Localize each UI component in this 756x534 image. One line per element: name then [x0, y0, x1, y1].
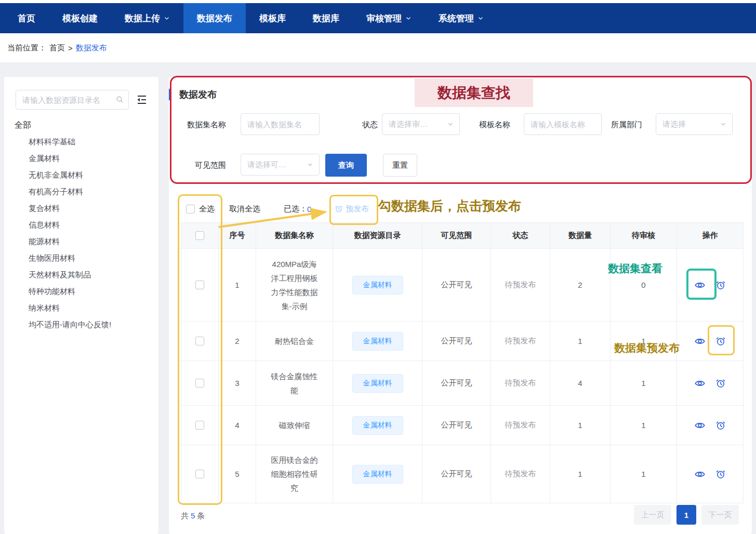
- chevron-down-icon: [720, 121, 727, 128]
- row-checkbox[interactable]: [195, 379, 204, 388]
- header-cell: 可见范围: [422, 223, 491, 249]
- header-cell: 操作: [677, 223, 744, 249]
- table-header-row: 序号 数据集名称 数据资源目录 可见范围 状态 数据量 待审核 操作: [181, 223, 744, 249]
- tree-item[interactable]: 信息材料: [4, 217, 158, 233]
- chevron-down-icon: [478, 15, 484, 21]
- fold-icon: [136, 94, 148, 106]
- row-index: 3: [219, 361, 256, 406]
- breadcrumb-prefix: 当前位置：: [7, 43, 46, 53]
- query-button[interactable]: 查询: [325, 154, 367, 177]
- status-label: 状态: [362, 113, 378, 136]
- prepublish-button[interactable]: 预发布: [335, 204, 369, 214]
- pending-count-cell: 1: [611, 406, 677, 445]
- dataset-name-label: 数据集名称: [187, 113, 226, 136]
- reset-button[interactable]: 重置: [383, 154, 417, 177]
- tree-item[interactable]: 能源材料: [4, 233, 158, 250]
- tree-item[interactable]: 有机高分子材料: [4, 183, 158, 200]
- dataset-name: 医用镁合金的细胞相容性研究: [256, 445, 333, 503]
- view-icon[interactable]: [695, 378, 705, 389]
- pagination-page-1[interactable]: 1: [677, 505, 696, 525]
- header-checkbox[interactable]: [195, 231, 204, 240]
- catalog-tree: 全部 材料科学基础 金属材料 无机非金属材料 有机高分子材料 复合材料 信息材料…: [4, 117, 158, 333]
- row-checkbox[interactable]: [195, 470, 204, 478]
- breadcrumb-home-link[interactable]: 首页: [49, 43, 65, 53]
- tree-item[interactable]: 材料科学基础: [4, 134, 158, 150]
- deselect-all-button[interactable]: 取消全选: [229, 204, 260, 214]
- breadcrumb: 当前位置： 首页 > 数据发布: [0, 33, 756, 62]
- prepublish-icon[interactable]: [715, 420, 726, 431]
- data-count-cell: 1: [550, 322, 611, 361]
- view-icon[interactable]: [695, 336, 705, 346]
- tree-item[interactable]: 无机非金属材料: [4, 167, 158, 183]
- tree-item[interactable]: 纳米材料: [4, 300, 158, 316]
- visibility-cell: 公开可见: [422, 361, 491, 406]
- prepublish-icon[interactable]: [715, 469, 726, 479]
- row-index: 5: [219, 445, 256, 503]
- department-select[interactable]: 请选择: [656, 113, 733, 135]
- tree-item[interactable]: 金属材料: [4, 150, 158, 167]
- visibility-cell: 公开可见: [422, 445, 491, 503]
- table-row: 1 420MPa级海洋工程用钢板力学性能数据集-示例 金属材料 公开可见 待预发…: [181, 249, 744, 322]
- select-all-label[interactable]: 全选: [199, 204, 215, 214]
- tree-item[interactable]: 天然材料及其制品: [4, 266, 158, 283]
- status-cell: 待预发布: [491, 249, 550, 322]
- row-index: 2: [219, 322, 256, 361]
- data-publish-panel: 数据发布 数据集名称 状态 请选择审… 模板名称 所属部门 请选择 可见范围 请…: [169, 77, 752, 534]
- table-row: 5 医用镁合金的细胞相容性研究 金属材料 公开可见 待预发布 1 1: [181, 445, 744, 503]
- row-checkbox[interactable]: [195, 337, 204, 345]
- breadcrumb-current: 数据发布: [76, 43, 107, 53]
- visibility-select[interactable]: 请选择可…: [241, 154, 320, 176]
- department-label: 所属部门: [611, 113, 642, 136]
- visibility-cell: 公开可见: [422, 406, 491, 445]
- dataset-name: 420MPa级海洋工程用钢板力学性能数据集-示例: [256, 249, 333, 322]
- header-checkbox-cell: [181, 223, 219, 249]
- nav-item-data-upload[interactable]: 数据上传: [111, 3, 183, 33]
- tree-item[interactable]: 均不适用-请向中心反馈!: [4, 316, 158, 333]
- tree-item[interactable]: 生物医用材料: [4, 250, 158, 266]
- data-table: 序号 数据集名称 数据资源目录 可见范围 状态 数据量 待审核 操作 1 420…: [181, 222, 744, 503]
- table-toolbar: 全选 取消全选 已选： 0 预发布: [181, 201, 369, 217]
- select-all-checkbox[interactable]: [186, 205, 195, 213]
- nav-item-home[interactable]: 首页: [4, 3, 49, 33]
- dataset-name: 镁合金腐蚀性能: [256, 361, 333, 406]
- view-icon[interactable]: [695, 280, 705, 290]
- status-select[interactable]: 请选择审…: [382, 113, 460, 135]
- catalog-search-input[interactable]: [16, 90, 129, 110]
- pagination-prev-button[interactable]: 上一页: [634, 505, 671, 525]
- nav-item-template-library[interactable]: 模板库: [246, 3, 299, 33]
- view-icon[interactable]: [695, 469, 705, 479]
- selected-count-label: 已选：: [284, 204, 307, 214]
- prepublish-icon[interactable]: [715, 378, 726, 389]
- status-cell: 待预发布: [491, 445, 550, 503]
- page-title: 数据发布: [169, 88, 217, 101]
- row-checkbox[interactable]: [195, 281, 204, 289]
- view-icon[interactable]: [695, 420, 705, 431]
- tree-item-all[interactable]: 全部: [4, 117, 158, 134]
- nav-item-audit-management[interactable]: 审核管理: [353, 3, 425, 33]
- dataset-name-input[interactable]: [241, 113, 320, 135]
- catalog-tag: 金属材料: [352, 332, 403, 351]
- prepublish-icon[interactable]: [715, 336, 726, 346]
- pending-count-cell: 1: [611, 361, 677, 406]
- pagination: 上一页 1 下一页: [634, 505, 739, 525]
- header-cell: 状态: [491, 223, 550, 249]
- chevron-down-icon: [405, 15, 412, 21]
- nav-item-database[interactable]: 数据库: [299, 3, 353, 33]
- prepublish-icon[interactable]: [715, 280, 726, 290]
- collapse-tree-button[interactable]: [135, 92, 149, 107]
- template-name-input[interactable]: [524, 113, 602, 135]
- nav-item-system-management[interactable]: 系统管理: [425, 3, 497, 33]
- pagination-next-button[interactable]: 下一页: [701, 505, 739, 525]
- table-row: 2 耐热铝合金 金属材料 公开可见 待预发布 1 1: [181, 322, 744, 361]
- row-checkbox[interactable]: [195, 421, 204, 430]
- nav-item-template-create[interactable]: 模板创建: [49, 3, 111, 33]
- row-index: 1: [219, 249, 256, 322]
- tree-item[interactable]: 特种功能材料: [4, 283, 158, 300]
- tree-item[interactable]: 复合材料: [4, 200, 158, 217]
- template-name-label: 模板名称: [479, 113, 510, 136]
- header-cell: 数据集名称: [256, 223, 333, 249]
- catalog-tag: 金属材料: [352, 465, 403, 484]
- nav-item-data-publish[interactable]: 数据发布: [183, 3, 246, 33]
- table-row: 4 磁致伸缩 金属材料 公开可见 待预发布 1 1: [181, 406, 744, 445]
- header-cell: 序号: [219, 223, 256, 249]
